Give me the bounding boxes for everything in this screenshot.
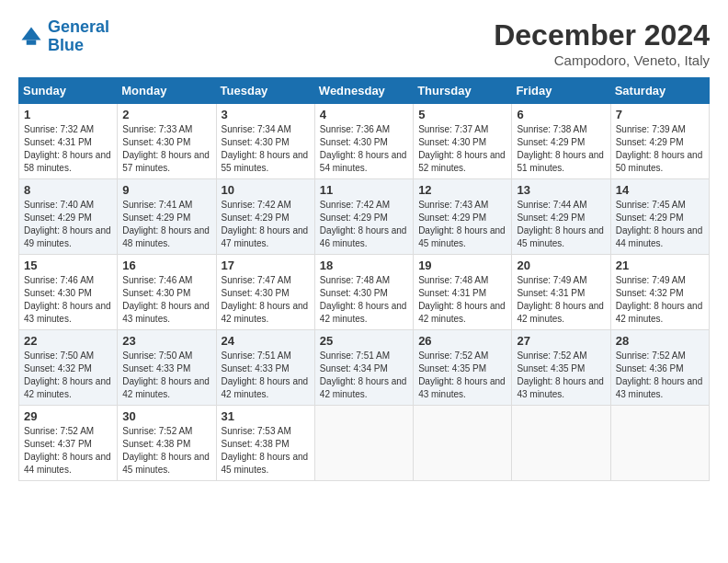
calendar-cell: 11Sunrise: 7:42 AMSunset: 4:29 PMDayligh… [314, 179, 413, 255]
cell-sun-info: Sunrise: 7:38 AMSunset: 4:29 PMDaylight:… [517, 123, 605, 175]
calendar-week-row: 29Sunrise: 7:52 AMSunset: 4:37 PMDayligh… [19, 406, 710, 481]
day-number: 20 [517, 259, 605, 272]
calendar-cell: 3Sunrise: 7:34 AMSunset: 4:30 PMDaylight… [216, 104, 314, 179]
col-header-saturday: Saturday [610, 78, 709, 104]
day-number: 31 [222, 409, 310, 423]
location-subtitle: Campodoro, Veneto, Italy [494, 52, 710, 68]
calendar-cell: 22Sunrise: 7:50 AMSunset: 4:32 PMDayligh… [19, 330, 118, 406]
cell-sun-info: Sunrise: 7:39 AMSunset: 4:29 PMDaylight:… [616, 123, 704, 175]
title-section: December 2024 Campodoro, Veneto, Italy [494, 18, 710, 68]
day-number: 6 [517, 108, 605, 121]
cell-sun-info: Sunrise: 7:48 AMSunset: 4:31 PMDaylight:… [418, 274, 506, 326]
cell-sun-info: Sunrise: 7:43 AMSunset: 4:29 PMDaylight:… [418, 199, 506, 250]
day-number: 7 [616, 108, 704, 121]
day-number: 1 [24, 108, 112, 121]
calendar-cell: 18Sunrise: 7:48 AMSunset: 4:30 PMDayligh… [314, 255, 413, 330]
col-header-tuesday: Tuesday [216, 78, 314, 104]
cell-sun-info: Sunrise: 7:52 AMSunset: 4:37 PMDaylight:… [24, 425, 112, 477]
cell-sun-info: Sunrise: 7:33 AMSunset: 4:30 PMDaylight:… [122, 123, 210, 175]
cell-sun-info: Sunrise: 7:42 AMSunset: 4:29 PMDaylight:… [222, 199, 310, 250]
day-number: 12 [418, 183, 506, 197]
cell-sun-info: Sunrise: 7:40 AMSunset: 4:29 PMDaylight:… [24, 199, 112, 250]
day-number: 16 [122, 259, 210, 272]
day-number: 13 [517, 183, 605, 197]
day-number: 26 [418, 334, 506, 348]
calendar-cell: 25Sunrise: 7:51 AMSunset: 4:34 PMDayligh… [314, 330, 413, 406]
calendar-cell: 8Sunrise: 7:40 AMSunset: 4:29 PMDaylight… [19, 179, 118, 255]
calendar-cell: 13Sunrise: 7:44 AMSunset: 4:29 PMDayligh… [512, 179, 610, 255]
logo-text-line2: Blue [48, 37, 109, 55]
calendar-cell: 15Sunrise: 7:46 AMSunset: 4:30 PMDayligh… [19, 255, 118, 330]
logo: General Blue [18, 18, 109, 55]
day-number: 9 [122, 183, 210, 197]
calendar-cell: 1Sunrise: 7:32 AMSunset: 4:31 PMDaylight… [19, 104, 118, 179]
day-number: 22 [24, 334, 112, 348]
cell-sun-info: Sunrise: 7:36 AMSunset: 4:30 PMDaylight:… [320, 123, 408, 175]
calendar-week-row: 15Sunrise: 7:46 AMSunset: 4:30 PMDayligh… [19, 255, 710, 330]
calendar-cell: 10Sunrise: 7:42 AMSunset: 4:29 PMDayligh… [216, 179, 314, 255]
calendar-cell: 12Sunrise: 7:43 AMSunset: 4:29 PMDayligh… [414, 179, 512, 255]
day-number: 5 [418, 108, 506, 121]
month-year-title: December 2024 [494, 18, 710, 52]
cell-sun-info: Sunrise: 7:51 AMSunset: 4:33 PMDaylight:… [222, 350, 310, 401]
cell-sun-info: Sunrise: 7:49 AMSunset: 4:32 PMDaylight:… [616, 274, 704, 326]
calendar-week-row: 1Sunrise: 7:32 AMSunset: 4:31 PMDaylight… [19, 104, 710, 179]
page-header: General Blue December 2024 Campodoro, Ve… [18, 18, 710, 68]
cell-sun-info: Sunrise: 7:52 AMSunset: 4:36 PMDaylight:… [616, 350, 704, 401]
svg-rect-1 [27, 40, 37, 44]
cell-sun-info: Sunrise: 7:41 AMSunset: 4:29 PMDaylight:… [122, 199, 210, 250]
calendar-cell: 16Sunrise: 7:46 AMSunset: 4:30 PMDayligh… [118, 255, 216, 330]
col-header-thursday: Thursday [414, 78, 512, 104]
day-number: 8 [24, 183, 112, 197]
cell-sun-info: Sunrise: 7:37 AMSunset: 4:30 PMDaylight:… [418, 123, 506, 175]
day-number: 10 [222, 183, 310, 197]
calendar-cell: 17Sunrise: 7:47 AMSunset: 4:30 PMDayligh… [216, 255, 314, 330]
day-number: 19 [418, 259, 506, 272]
cell-sun-info: Sunrise: 7:32 AMSunset: 4:31 PMDaylight:… [24, 123, 112, 175]
day-number: 27 [517, 334, 605, 348]
calendar-cell: 19Sunrise: 7:48 AMSunset: 4:31 PMDayligh… [414, 255, 512, 330]
day-number: 21 [616, 259, 704, 272]
cell-sun-info: Sunrise: 7:50 AMSunset: 4:32 PMDaylight:… [24, 350, 112, 401]
cell-sun-info: Sunrise: 7:34 AMSunset: 4:30 PMDaylight:… [222, 123, 310, 175]
cell-sun-info: Sunrise: 7:44 AMSunset: 4:29 PMDaylight:… [517, 199, 605, 250]
calendar-cell [610, 406, 709, 481]
calendar-week-row: 8Sunrise: 7:40 AMSunset: 4:29 PMDaylight… [19, 179, 710, 255]
calendar-cell: 24Sunrise: 7:51 AMSunset: 4:33 PMDayligh… [216, 330, 314, 406]
calendar-cell [414, 406, 512, 481]
calendar-cell: 2Sunrise: 7:33 AMSunset: 4:30 PMDaylight… [118, 104, 216, 179]
calendar-cell: 14Sunrise: 7:45 AMSunset: 4:29 PMDayligh… [610, 179, 709, 255]
col-header-friday: Friday [512, 78, 610, 104]
cell-sun-info: Sunrise: 7:51 AMSunset: 4:34 PMDaylight:… [320, 350, 408, 401]
calendar-cell: 5Sunrise: 7:37 AMSunset: 4:30 PMDaylight… [414, 104, 512, 179]
cell-sun-info: Sunrise: 7:47 AMSunset: 4:30 PMDaylight:… [222, 274, 310, 326]
calendar-cell: 21Sunrise: 7:49 AMSunset: 4:32 PMDayligh… [610, 255, 709, 330]
logo-icon [18, 24, 44, 50]
day-number: 3 [222, 108, 310, 121]
calendar-cell: 9Sunrise: 7:41 AMSunset: 4:29 PMDaylight… [118, 179, 216, 255]
col-header-monday: Monday [118, 78, 216, 104]
cell-sun-info: Sunrise: 7:45 AMSunset: 4:29 PMDaylight:… [616, 199, 704, 250]
cell-sun-info: Sunrise: 7:50 AMSunset: 4:33 PMDaylight:… [122, 350, 210, 401]
calendar-cell: 31Sunrise: 7:53 AMSunset: 4:38 PMDayligh… [216, 406, 314, 481]
day-number: 17 [222, 259, 310, 272]
cell-sun-info: Sunrise: 7:49 AMSunset: 4:31 PMDaylight:… [517, 274, 605, 326]
calendar-cell: 6Sunrise: 7:38 AMSunset: 4:29 PMDaylight… [512, 104, 610, 179]
col-header-wednesday: Wednesday [314, 78, 413, 104]
day-number: 2 [122, 108, 210, 121]
cell-sun-info: Sunrise: 7:53 AMSunset: 4:38 PMDaylight:… [222, 425, 310, 477]
cell-sun-info: Sunrise: 7:52 AMSunset: 4:35 PMDaylight:… [418, 350, 506, 401]
calendar-cell [314, 406, 413, 481]
calendar-cell: 29Sunrise: 7:52 AMSunset: 4:37 PMDayligh… [19, 406, 118, 481]
day-number: 11 [320, 183, 408, 197]
calendar-cell: 20Sunrise: 7:49 AMSunset: 4:31 PMDayligh… [512, 255, 610, 330]
cell-sun-info: Sunrise: 7:52 AMSunset: 4:38 PMDaylight:… [122, 425, 210, 477]
calendar-cell: 23Sunrise: 7:50 AMSunset: 4:33 PMDayligh… [118, 330, 216, 406]
day-number: 24 [222, 334, 310, 348]
cell-sun-info: Sunrise: 7:52 AMSunset: 4:35 PMDaylight:… [517, 350, 605, 401]
calendar-cell: 7Sunrise: 7:39 AMSunset: 4:29 PMDaylight… [610, 104, 709, 179]
calendar-cell: 26Sunrise: 7:52 AMSunset: 4:35 PMDayligh… [414, 330, 512, 406]
calendar-cell: 30Sunrise: 7:52 AMSunset: 4:38 PMDayligh… [118, 406, 216, 481]
day-number: 23 [122, 334, 210, 348]
cell-sun-info: Sunrise: 7:46 AMSunset: 4:30 PMDaylight:… [24, 274, 112, 326]
